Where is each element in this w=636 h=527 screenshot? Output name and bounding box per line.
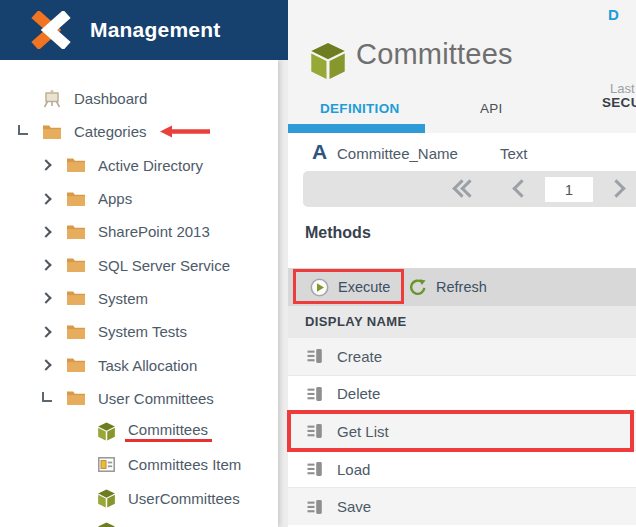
method-label: Get List [337, 423, 389, 440]
method-row-load[interactable]: Load [288, 450, 636, 488]
tab-security[interactable]: SECURITY [602, 95, 636, 110]
folder-icon [66, 189, 86, 209]
tree-item-task-allocation[interactable]: Task Allocation [0, 348, 278, 381]
tree-item-label: System [98, 290, 148, 307]
category-tree: DashboardCategoriesActive DirectoryAppsS… [0, 60, 278, 527]
smartobject-icon [96, 522, 116, 527]
property-name: Committee_Name [337, 145, 458, 162]
folder-icon [66, 255, 86, 275]
tree-item-label: UserCommittees [128, 490, 240, 507]
tree-item-label: System Tests [98, 323, 187, 340]
chevron-right-icon[interactable] [36, 157, 58, 173]
refresh-icon [409, 278, 427, 296]
tab-api[interactable]: API [480, 101, 503, 116]
chevron-right-icon[interactable] [36, 324, 58, 340]
methods-list: CreateDeleteGet ListLoadSave [288, 337, 636, 525]
page-title: Committees [356, 38, 513, 71]
text-property-icon: A [312, 140, 327, 164]
page-number-input[interactable]: 1 [545, 177, 593, 202]
collapse-corner-icon[interactable] [36, 390, 58, 406]
method-icon [305, 384, 325, 404]
tree-item-committees[interactable]: Committees [0, 415, 278, 448]
tree-item-dashboard[interactable]: Dashboard [0, 82, 278, 115]
method-label: Save [337, 498, 371, 515]
tree-item-label: Active Directory [98, 157, 203, 174]
collapse-corner-icon[interactable] [12, 124, 34, 140]
k2-logo-icon [31, 11, 71, 49]
folder-icon [42, 122, 62, 142]
display-name-column-header: DISPLAY NAME [288, 306, 636, 337]
method-label: Create [337, 348, 382, 365]
folder-icon [66, 288, 86, 308]
folder-icon [66, 388, 86, 408]
methods-heading: Methods [305, 224, 371, 242]
pagination-prev-button[interactable] [515, 182, 528, 195]
tree-item-committees-item[interactable]: Committees Item [0, 448, 278, 481]
tree-item-usercommittees[interactable]: UserCommittees [0, 482, 278, 515]
tree-item-label: Apps [98, 190, 132, 207]
tab-definition[interactable]: DEFINITION [320, 101, 400, 116]
expander-spacer [12, 91, 34, 107]
tree-item-partial[interactable] [0, 515, 278, 527]
method-row-get-list[interactable]: Get List [288, 412, 636, 450]
method-icon [305, 497, 325, 517]
tree-item-label: Dashboard [74, 90, 147, 107]
chevron-right-icon[interactable] [36, 257, 58, 273]
property-type: Text [500, 145, 528, 162]
sidebar: Management DashboardCategoriesActive Dir… [0, 0, 288, 527]
pagination-next-button[interactable] [610, 182, 623, 195]
smartobject-icon [96, 488, 116, 508]
sidebar-header: Management [0, 0, 288, 60]
clipped-top-right-link[interactable]: D [608, 6, 619, 23]
folder-icon [66, 322, 86, 342]
method-row-save[interactable]: Save [288, 487, 636, 525]
method-icon [305, 346, 325, 366]
active-tab-indicator [288, 124, 425, 133]
play-icon [310, 278, 329, 297]
property-row[interactable]: A Committee_Name Text [288, 133, 636, 172]
chevron-left-icon [512, 179, 530, 197]
tree-item-system[interactable]: System [0, 282, 278, 315]
tree-item-system-tests[interactable]: System Tests [0, 315, 278, 348]
security-tab-superlabel: Last [610, 81, 635, 96]
pagination-bar: 1 [303, 171, 636, 207]
tree-item-label: SharePoint 2013 [98, 223, 210, 240]
smartobject-icon [96, 422, 116, 442]
smartobject-cube-icon [309, 42, 347, 84]
folder-icon [66, 222, 86, 242]
method-row-create[interactable]: Create [288, 337, 636, 375]
pagination-first-button[interactable] [455, 182, 476, 195]
tree-item-sql-server-service[interactable]: SQL Server Service [0, 248, 278, 281]
method-label: Load [337, 461, 370, 478]
method-row-delete[interactable]: Delete [288, 375, 636, 413]
tree-item-active-directory[interactable]: Active Directory [0, 149, 278, 182]
tree-item-label: User Committees [98, 390, 214, 407]
tree-item-label: Committees Item [128, 456, 241, 473]
folder-icon [66, 355, 86, 375]
item-form-icon [96, 455, 116, 475]
chevron-right-icon[interactable] [36, 290, 58, 306]
main-panel: D Committees DEFINITION API Last SECURIT… [288, 0, 636, 527]
folder-icon [66, 155, 86, 175]
method-label: Delete [337, 385, 380, 402]
execute-button[interactable]: Execute [310, 268, 390, 306]
chevron-right-icon [607, 179, 625, 197]
dashboard-icon [42, 89, 62, 109]
refresh-button[interactable]: Refresh [409, 268, 487, 306]
red-arrow-annotation-icon [159, 125, 211, 138]
execute-label: Execute [338, 279, 390, 295]
refresh-label: Refresh [436, 279, 487, 295]
chevron-right-icon[interactable] [36, 224, 58, 240]
tree-item-categories[interactable]: Categories [0, 115, 278, 148]
object-header: D Committees DEFINITION API Last SECURIT… [288, 0, 636, 133]
method-icon [305, 421, 325, 441]
tree-item-label: Committees [125, 421, 212, 442]
app-title: Management [90, 18, 220, 42]
tree-item-user-committees[interactable]: User Committees [0, 382, 278, 415]
tree-item-sharepoint-2013[interactable]: SharePoint 2013 [0, 215, 278, 248]
chevron-right-icon[interactable] [36, 191, 58, 207]
tree-item-label: SQL Server Service [98, 257, 230, 274]
chevron-right-icon[interactable] [36, 357, 58, 373]
tree-item-label: Categories [74, 123, 147, 140]
tree-item-apps[interactable]: Apps [0, 182, 278, 215]
